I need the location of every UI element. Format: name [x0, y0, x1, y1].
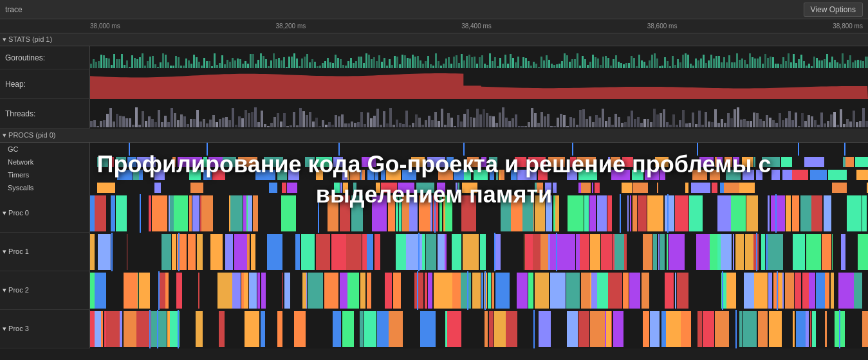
syscalls-label: Syscalls	[0, 181, 90, 194]
app-title: trace	[5, 5, 23, 14]
stats-section-header: ▾ STATS (pid 1)	[0, 33, 868, 46]
network-label: Network	[0, 156, 90, 168]
syscalls-canvas	[90, 181, 868, 194]
heap-canvas-container	[90, 69, 868, 99]
proc3-canvas	[90, 310, 868, 348]
heap-track: Heap:	[0, 69, 868, 99]
gc-canvas	[90, 143, 868, 156]
syscalls-track: Syscalls	[0, 181, 868, 194]
proc0-label: ▾ Proc 0	[0, 194, 90, 232]
proc1-track: ▾ Proc 1	[0, 233, 868, 271]
goroutines-track: Goroutines:	[0, 46, 868, 69]
timers-track: Timers	[0, 168, 868, 181]
heap-label: Heap:	[0, 69, 90, 98]
timers-canvas	[90, 168, 868, 181]
ruler-mark: 38,400 ms	[461, 22, 492, 30]
stats-section-label: ▾ STATS (pid 1)	[3, 35, 52, 44]
gc-track: GC	[0, 143, 868, 156]
ruler-marks: 38,000 ms38,200 ms38,400 ms38,600 ms38,8…	[90, 22, 868, 30]
proc2-track: ▾ Proc 2	[0, 271, 868, 310]
network-canvas	[90, 156, 868, 168]
header-bar: trace View Options	[0, 0, 868, 19]
proc3-label: ▾ Proc 3	[0, 310, 90, 348]
ruler-mark: 38,000 ms	[90, 22, 120, 30]
threads-label: Threads:	[0, 99, 90, 128]
timeline-ruler: 38,000 ms38,200 ms38,400 ms38,600 ms38,8…	[0, 19, 868, 33]
proc1-label: ▾ Proc 1	[0, 233, 90, 271]
proc1-canvas	[90, 233, 868, 271]
proc0-canvas	[90, 194, 868, 233]
goroutines-label: Goroutines:	[0, 46, 90, 69]
proc2-label: ▾ Proc 2	[0, 271, 90, 309]
proc2-canvas	[90, 271, 868, 310]
network-track: Network	[0, 156, 868, 168]
threads-canvas-container	[90, 99, 868, 129]
threads-track: Threads:	[0, 99, 868, 129]
ruler-mark: 38,200 ms	[276, 22, 306, 30]
goroutines-canvas	[90, 46, 868, 69]
timers-label: Timers	[0, 168, 90, 181]
procs-section-label: ▾ PROCS (pid 0)	[3, 131, 55, 140]
procs-section-header: ▾ PROCS (pid 0)	[0, 129, 868, 143]
main-content[interactable]: ▾ STATS (pid 1) Goroutines: Heap: Thread…	[0, 33, 868, 360]
ruler-mark: 38,600 ms	[647, 22, 678, 30]
view-options-button[interactable]: View Options	[804, 3, 863, 17]
ruler-mark: 38,800 ms	[833, 22, 863, 30]
gc-label: GC	[0, 143, 90, 156]
proc3-track: ▾ Proc 3	[0, 310, 868, 348]
proc0-track: ▾ Proc 0	[0, 194, 868, 233]
